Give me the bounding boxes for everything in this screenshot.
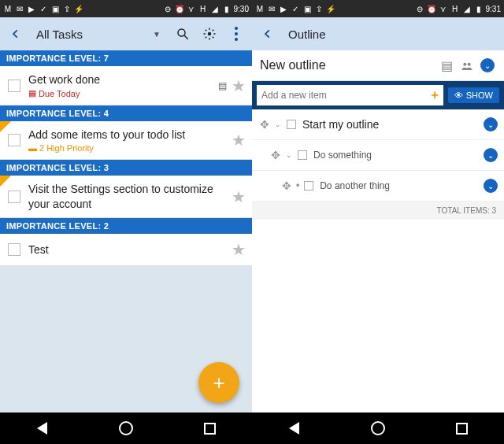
outline-item[interactable]: ✥⌄Start my outline⌄ bbox=[252, 109, 504, 140]
right-screenshot: M ✉ ▶ ✓ ▣ ⇪ ⚡ ⊖ ⏰ ⋎ H ◢ ▮ 9:31 Outline N… bbox=[252, 0, 504, 444]
svg-point-0 bbox=[178, 29, 185, 36]
svg-point-3 bbox=[463, 63, 466, 66]
nav-bar bbox=[252, 413, 504, 444]
task-title: Get work done bbox=[28, 72, 218, 87]
priority-icon: ▬ bbox=[28, 143, 37, 153]
outline-item[interactable]: ✥⌄Do something⌄ bbox=[252, 140, 504, 171]
screen-title[interactable]: All Tasks bbox=[32, 28, 148, 41]
task-checkbox[interactable] bbox=[8, 191, 20, 203]
task-row[interactable]: Add some items to your todo list▬2 High … bbox=[0, 121, 252, 160]
flash-icon: ⚡ bbox=[74, 4, 83, 13]
star-button[interactable]: ★ bbox=[232, 240, 246, 259]
task-row[interactable]: Test★ bbox=[0, 234, 252, 266]
note-icon[interactable]: ▤ bbox=[218, 80, 227, 91]
eye-icon: 👁 bbox=[454, 91, 463, 100]
play-icon: ▶ bbox=[279, 4, 288, 13]
item-label: Do something bbox=[313, 150, 484, 161]
item-checkbox[interactable] bbox=[298, 150, 307, 160]
upload-icon: ⇪ bbox=[314, 4, 324, 13]
star-button[interactable]: ★ bbox=[232, 131, 246, 150]
nav-home-button[interactable] bbox=[369, 419, 387, 438]
expand-icon[interactable]: ⌄ bbox=[274, 120, 282, 128]
wifi-icon: ⋎ bbox=[187, 4, 196, 13]
outline-content: New outline ▤ ⌄ + 👁 SHOW ✥⌄Start my outl… bbox=[252, 50, 504, 413]
star-button[interactable]: ★ bbox=[232, 76, 246, 95]
nav-back-button[interactable] bbox=[284, 419, 303, 438]
overflow-menu-button[interactable] bbox=[225, 23, 247, 45]
task-title: Visit the Settings section to customize … bbox=[28, 182, 232, 210]
item-checkbox[interactable] bbox=[304, 181, 313, 191]
check-icon: ✓ bbox=[291, 4, 300, 13]
add-task-fab[interactable]: + bbox=[198, 362, 239, 403]
task-checkbox[interactable] bbox=[8, 134, 20, 146]
show-button[interactable]: 👁 SHOW bbox=[448, 87, 499, 103]
back-button[interactable] bbox=[257, 23, 279, 45]
total-items-label: TOTAL ITEMS: 3 bbox=[252, 202, 504, 220]
alarm-icon: ⏰ bbox=[427, 4, 436, 13]
nav-home-button[interactable] bbox=[117, 419, 135, 438]
importance-header: IMPORTANCE LEVEL: 2 bbox=[0, 218, 252, 234]
back-button[interactable] bbox=[5, 23, 27, 45]
clock: 9:30 bbox=[234, 5, 249, 13]
dropdown-arrow-icon[interactable]: ▼ bbox=[153, 30, 161, 39]
nav-recent-button[interactable] bbox=[201, 419, 220, 438]
gmail-icon: ✉ bbox=[15, 4, 24, 13]
calendar-icon: ▦ bbox=[28, 88, 36, 98]
wifi-icon: ⋎ bbox=[439, 4, 448, 13]
item-label: Do another thing bbox=[320, 180, 484, 191]
task-checkbox[interactable] bbox=[8, 243, 20, 256]
outline-item[interactable]: ✥•Do another thing⌄ bbox=[252, 171, 504, 202]
share-icon[interactable] bbox=[458, 57, 476, 74]
task-checkbox[interactable] bbox=[8, 80, 20, 92]
drag-handle-icon[interactable]: ✥ bbox=[271, 149, 280, 161]
task-subtitle: ▬2 High Priority bbox=[28, 143, 232, 153]
expand-toggle[interactable]: ⌄ bbox=[479, 57, 496, 74]
task-subtitle: ▦Due Today bbox=[28, 88, 218, 98]
notes-icon[interactable]: ▤ bbox=[438, 57, 455, 74]
image-icon: ▣ bbox=[302, 4, 312, 13]
flash-icon: ⚡ bbox=[326, 4, 335, 13]
nav-bar bbox=[0, 413, 252, 444]
battery-icon: ▮ bbox=[474, 4, 484, 13]
dnd-icon: ⊖ bbox=[163, 4, 172, 13]
task-list: IMPORTANCE LEVEL: 7Get work done▦Due Tod… bbox=[0, 50, 252, 413]
drag-handle-icon[interactable]: ✥ bbox=[260, 118, 269, 131]
nav-recent-button[interactable] bbox=[453, 419, 472, 438]
svg-point-4 bbox=[468, 63, 471, 66]
add-item-input-wrapper[interactable]: + bbox=[257, 85, 443, 105]
bullet-icon: • bbox=[296, 180, 299, 191]
screen-title: Outline bbox=[284, 28, 499, 41]
play-icon: ▶ bbox=[27, 4, 36, 13]
alarm-icon: ⏰ bbox=[175, 4, 184, 13]
status-bar: M ✉ ▶ ✓ ▣ ⇪ ⚡ ⊖ ⏰ ⋎ H ◢ ▮ 9:31 bbox=[252, 0, 504, 17]
left-screenshot: M ✉ ▶ ✓ ▣ ⇪ ⚡ ⊖ ⏰ ⋎ H ◢ ▮ 9:30 All Tasks… bbox=[0, 0, 252, 444]
add-item-input[interactable] bbox=[261, 90, 431, 101]
star-button[interactable]: ★ bbox=[232, 187, 246, 206]
item-checkbox[interactable] bbox=[287, 120, 296, 129]
item-label: Start my outline bbox=[302, 118, 484, 131]
dnd-icon: ⊖ bbox=[415, 4, 424, 13]
gmail-icon: ✉ bbox=[267, 4, 276, 13]
svg-line-1 bbox=[184, 35, 188, 39]
outline-items: ✥⌄Start my outline⌄✥⌄Do something⌄✥•Do a… bbox=[252, 109, 504, 202]
status-bar: M ✉ ▶ ✓ ▣ ⇪ ⚡ ⊖ ⏰ ⋎ H ◢ ▮ 9:30 bbox=[0, 0, 252, 17]
importance-header: IMPORTANCE LEVEL: 7 bbox=[0, 50, 252, 66]
item-menu-button[interactable]: ⌄ bbox=[484, 117, 498, 131]
signal-icon: ◢ bbox=[462, 4, 472, 13]
item-menu-button[interactable]: ⌄ bbox=[484, 179, 498, 193]
nav-back-button[interactable] bbox=[32, 419, 51, 438]
task-row[interactable]: Get work done▦Due Today▤★ bbox=[0, 66, 252, 105]
drag-handle-icon[interactable]: ✥ bbox=[282, 179, 291, 192]
expand-icon[interactable]: ⌄ bbox=[285, 151, 293, 159]
network-label: H bbox=[198, 4, 208, 13]
app-bar: Outline bbox=[252, 17, 504, 50]
item-menu-button[interactable]: ⌄ bbox=[484, 148, 498, 162]
importance-header: IMPORTANCE LEVEL: 4 bbox=[0, 105, 252, 121]
network-label: H bbox=[450, 4, 460, 13]
check-icon: ✓ bbox=[39, 4, 48, 13]
add-plus-icon[interactable]: + bbox=[431, 88, 438, 102]
task-row[interactable]: Visit the Settings section to customize … bbox=[0, 176, 252, 217]
search-button[interactable] bbox=[172, 23, 194, 45]
settings-button[interactable] bbox=[198, 23, 220, 45]
importance-header: IMPORTANCE LEVEL: 3 bbox=[0, 160, 252, 176]
